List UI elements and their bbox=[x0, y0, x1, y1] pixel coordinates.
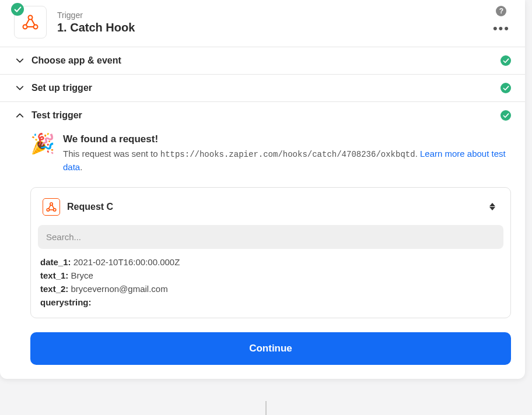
webhook-url: https://hooks.zapier.com/hooks/catch/470… bbox=[160, 150, 415, 159]
step-title: 1. Catch Hook bbox=[57, 21, 511, 34]
found-desc-suffix: . bbox=[415, 149, 420, 159]
svg-point-4 bbox=[47, 208, 49, 210]
selected-request-label: Request C bbox=[67, 202, 489, 212]
field-key: text_1: bbox=[40, 270, 71, 280]
webhooks-icon bbox=[46, 201, 57, 213]
section-complete-badge bbox=[501, 83, 511, 93]
field-value: Bryce bbox=[71, 270, 93, 280]
continue-button[interactable]: Continue bbox=[30, 332, 511, 365]
more-menu-icon[interactable]: ••• bbox=[493, 27, 510, 30]
section-title-choose: Choose app & event bbox=[32, 55, 501, 66]
section-title-test: Test trigger bbox=[32, 110, 501, 121]
field-value: brycevernon@gmail.com bbox=[71, 284, 168, 294]
field-key: querystring: bbox=[40, 297, 92, 307]
webhooks-icon bbox=[21, 13, 40, 31]
party-icon: 🎉 bbox=[30, 133, 55, 153]
app-icon-webhooks bbox=[14, 6, 47, 38]
field-row: text_2: brycevernon@gmail.com bbox=[40, 284, 501, 294]
connector-line bbox=[265, 401, 267, 415]
chevron-up-icon bbox=[14, 111, 26, 119]
field-key: date_1: bbox=[40, 257, 74, 267]
field-value: 2021-02-10T16:00:00.000Z bbox=[74, 257, 180, 267]
status-check-badge bbox=[11, 3, 24, 16]
svg-point-0 bbox=[29, 16, 33, 20]
section-complete-badge bbox=[501, 55, 511, 66]
section-setup-trigger[interactable]: Set up trigger bbox=[0, 74, 525, 101]
found-request-heading: We found a request! bbox=[63, 133, 511, 145]
svg-point-5 bbox=[53, 208, 55, 210]
help-icon[interactable]: ? bbox=[496, 6, 506, 16]
field-key: text_2: bbox=[40, 284, 71, 294]
sort-icon bbox=[489, 203, 495, 210]
svg-point-1 bbox=[23, 25, 27, 29]
field-row: text_1: Bryce bbox=[40, 270, 501, 280]
check-icon bbox=[14, 6, 22, 13]
check-icon bbox=[503, 58, 509, 64]
section-title-setup: Set up trigger bbox=[32, 83, 501, 93]
field-row: querystring: bbox=[40, 297, 501, 307]
request-sample-box: Request C date_1: 2021-02-10T16:00:00.00… bbox=[30, 187, 511, 318]
section-complete-badge bbox=[501, 110, 511, 121]
field-row: date_1: 2021-02-10T16:00:00.000Z bbox=[40, 257, 501, 267]
webhooks-icon-small bbox=[43, 198, 60, 216]
chevron-down-icon bbox=[14, 57, 26, 65]
section-choose-app[interactable]: Choose app & event bbox=[0, 47, 525, 74]
trigger-step-card: Trigger 1. Catch Hook ? ••• Choose app &… bbox=[0, 0, 525, 379]
test-trigger-body: 🎉 We found a request! This request was s… bbox=[0, 129, 525, 379]
found-desc-prefix: This request was sent to bbox=[63, 149, 160, 159]
step-type-label: Trigger bbox=[57, 10, 511, 20]
search-input[interactable] bbox=[38, 225, 503, 249]
found-desc-tail: . bbox=[80, 162, 82, 172]
svg-point-3 bbox=[50, 202, 52, 205]
svg-point-2 bbox=[34, 25, 38, 29]
check-icon bbox=[503, 85, 509, 92]
found-request-description: This request was sent to https://hooks.z… bbox=[63, 147, 511, 174]
request-selector[interactable]: Request C bbox=[38, 195, 503, 219]
step-header: Trigger 1. Catch Hook ? ••• bbox=[0, 0, 525, 47]
check-icon bbox=[503, 112, 509, 119]
section-test-trigger[interactable]: Test trigger bbox=[0, 101, 525, 129]
chevron-down-icon bbox=[14, 84, 26, 92]
request-fields-list: date_1: 2021-02-10T16:00:00.000Ztext_1: … bbox=[38, 257, 503, 307]
header-text: Trigger 1. Catch Hook bbox=[57, 10, 511, 34]
